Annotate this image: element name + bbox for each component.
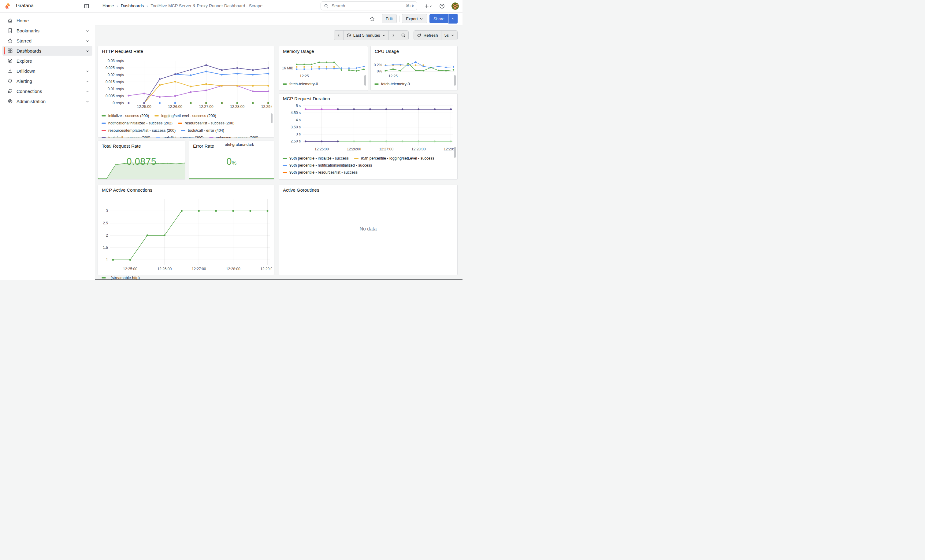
svg-text:12:26:00: 12:26:00: [347, 147, 361, 151]
panel-title[interactable]: CPU Usage: [375, 49, 399, 54]
svg-text:0.005 req/s: 0.005 req/s: [105, 94, 124, 98]
drill-icon: [8, 68, 13, 74]
mcp-request-duration-legend: 95th percentile - initialize - success95…: [283, 155, 451, 178]
memory-usage-chart[interactable]: 12:2516 MiB: [281, 56, 366, 78]
chevron-down-icon[interactable]: [86, 79, 89, 83]
panel-title[interactable]: MCP Request Duration: [283, 96, 330, 101]
favorite-star-icon[interactable]: [368, 14, 377, 23]
breadcrumb-dashboards[interactable]: Dashboards: [121, 3, 144, 8]
legend-item[interactable]: tools/list - success (200): [156, 136, 204, 138]
share-menu-caret[interactable]: [449, 14, 458, 24]
legend-item[interactable]: resources/templates/list - success (200): [102, 128, 176, 133]
panel-title[interactable]: Memory Usage: [283, 49, 314, 54]
sidebar-item-administration[interactable]: Administration: [3, 96, 92, 106]
chevron-down-icon[interactable]: [86, 89, 89, 93]
legend-row: fetch-telemetry-0: [374, 80, 448, 88]
sidebar-item-alerting[interactable]: Alerting: [3, 76, 92, 86]
bookmark-icon: [8, 28, 13, 33]
legend-row: 95th percentile - resources/templates/li…: [283, 176, 451, 178]
legend-item[interactable]: tools/call - error (404): [181, 128, 224, 133]
time-shift-forward-button[interactable]: [389, 30, 398, 40]
edit-button[interactable]: Edit: [382, 14, 397, 23]
http-request-rate-chart[interactable]: 12:25:0012:26:0012:27:0012:28:0012:29:00…: [100, 58, 272, 110]
legend-row: resources/templates/list - success (200)…: [102, 127, 268, 134]
sidebar-item-bookmarks[interactable]: Bookmarks: [3, 26, 92, 36]
refresh-button[interactable]: Refresh: [414, 30, 441, 40]
panel-title[interactable]: Total Request Rate: [102, 143, 141, 149]
grafana-logo-icon[interactable]: [4, 3, 11, 10]
panel-title[interactable]: MCP Active Connections: [102, 188, 152, 192]
sidebar-item-label: Alerting: [17, 78, 32, 84]
svg-text:0.015 req/s: 0.015 req/s: [105, 80, 124, 84]
legend-item[interactable]: tools/call - success (200): [102, 136, 151, 138]
time-range-picker[interactable]: Last 5 minutes: [343, 30, 389, 40]
sidebar-item-drilldown[interactable]: Drilldown: [3, 66, 92, 76]
navbar-actions: [424, 0, 462, 12]
search-box[interactable]: ⌘+k: [321, 1, 417, 11]
legend-scrollbar[interactable]: [454, 147, 456, 158]
svg-text:0.025 req/s: 0.025 req/s: [105, 66, 124, 70]
sidebar-collapse-icon[interactable]: [84, 3, 89, 9]
chevron-down-icon[interactable]: [86, 99, 89, 103]
sidebar-item-connections[interactable]: Connections: [3, 86, 92, 96]
svg-text:12:28:00: 12:28:00: [226, 267, 240, 271]
svg-text:0.01 req/s: 0.01 req/s: [108, 87, 124, 91]
legend-item[interactable]: 95th percentile - resources/templates/li…: [283, 177, 375, 178]
svg-text:4 s: 4 s: [296, 118, 301, 122]
legend-row: fetch-telemetry-0: [283, 80, 359, 88]
svg-text:12:27:00: 12:27:00: [379, 147, 393, 151]
chevron-down-icon: [451, 34, 454, 37]
legend-item[interactable]: fetch-telemetry-0: [374, 82, 410, 86]
sidebar-item-home[interactable]: Home: [3, 16, 92, 26]
legend-scrollbar[interactable]: [454, 75, 456, 86]
legend-item[interactable]: 95th percentile - logging/setLevel - suc…: [354, 156, 434, 161]
legend-scrollbar[interactable]: [271, 113, 273, 123]
legend-item[interactable]: resources/list - success (200): [178, 121, 235, 125]
chevron-down-icon[interactable]: [86, 69, 89, 73]
legend-item[interactable]: notifications/initialized - success (202…: [102, 121, 173, 125]
svg-text:12:28:00: 12:28:00: [230, 105, 244, 109]
panel-mcp-active-connections: MCP Active Connections 12:25:0012:26:001…: [98, 185, 274, 275]
panel-title[interactable]: Error Rate: [193, 143, 214, 149]
panel-title[interactable]: HTTP Request Rate: [102, 49, 143, 54]
chevron-down-icon[interactable]: [86, 49, 89, 53]
mcp-request-duration-chart[interactable]: 12:25:0012:26:0012:27:0012:28:0012:29:00…: [282, 103, 455, 153]
legend-item[interactable]: 95th percentile - notifications/initiali…: [283, 163, 372, 168]
add-new-button[interactable]: [424, 2, 432, 11]
panel-title[interactable]: Active Goroutines: [283, 188, 319, 192]
refresh-interval-picker[interactable]: 5s: [441, 30, 457, 40]
search-icon: [324, 4, 328, 8]
share-button[interactable]: Share: [429, 14, 449, 23]
cpu-usage-chart[interactable]: 12:250.2%0%: [372, 56, 456, 78]
time-shift-back-button[interactable]: [334, 30, 343, 40]
sidebar-item-label: Connections: [17, 89, 42, 94]
error-rate-sparkline[interactable]: [189, 176, 274, 179]
user-avatar[interactable]: [452, 3, 459, 10]
export-button[interactable]: Export: [402, 14, 427, 23]
chevron-down-icon[interactable]: [86, 29, 89, 32]
legend-item[interactable]: unknown - success (200): [209, 136, 259, 138]
legend-item[interactable]: initialize - success (200): [102, 114, 149, 118]
breadcrumb-home[interactable]: Home: [102, 3, 114, 8]
help-icon[interactable]: [438, 2, 446, 11]
legend-item[interactable]: 95th percentile - resources/list - succe…: [283, 170, 358, 174]
sidebar-item-starred[interactable]: Starred: [3, 36, 92, 45]
search-input[interactable]: [331, 3, 404, 9]
brand-name[interactable]: Grafana: [16, 3, 34, 9]
mcp-active-connections-chart[interactable]: 12:25:0012:26:0012:27:0012:28:0012:29:00…: [100, 197, 272, 273]
legend-item[interactable]: fetch-telemetry-0: [283, 82, 318, 86]
legend-item[interactable]: logging/setLevel - success (200): [154, 114, 216, 118]
legend-row: notifications/initialized - success (202…: [102, 120, 268, 127]
divider: [449, 3, 449, 9]
svg-text:0.03 req/s: 0.03 req/s: [108, 59, 124, 63]
svg-text:5 s: 5 s: [296, 104, 301, 108]
legend-item[interactable]: 95th percentile - initialize - success: [283, 156, 349, 161]
legend-scrollbar[interactable]: [364, 75, 366, 86]
chevron-down-icon[interactable]: [86, 39, 89, 42]
apps-icon: [8, 48, 13, 54]
stat-value: 0.0875: [98, 156, 185, 167]
svg-text:3 s: 3 s: [296, 132, 301, 136]
sidebar-item-dashboards[interactable]: Dashboards: [3, 46, 92, 56]
sidebar-item-explore[interactable]: Explore: [3, 56, 92, 66]
zoom-out-button[interactable]: [398, 30, 408, 40]
